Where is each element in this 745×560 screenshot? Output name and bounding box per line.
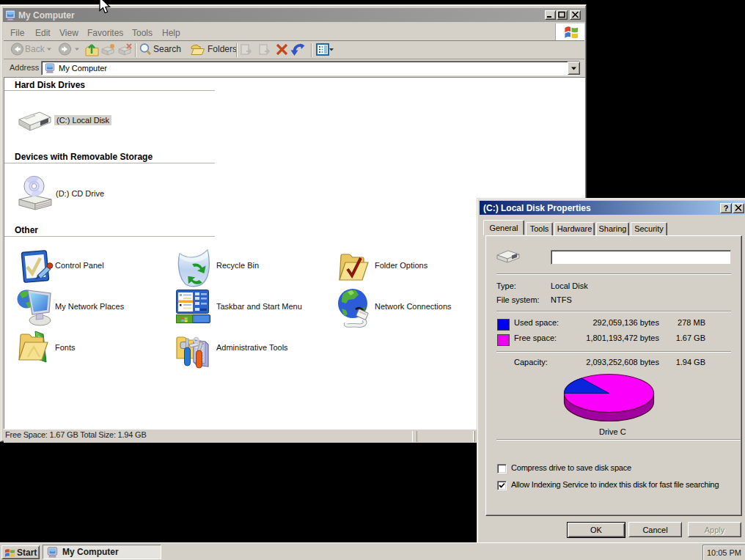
svg-text:Search: Search bbox=[153, 44, 181, 54]
svg-text:Folders: Folders bbox=[208, 44, 237, 54]
svg-text:Back: Back bbox=[25, 44, 45, 54]
